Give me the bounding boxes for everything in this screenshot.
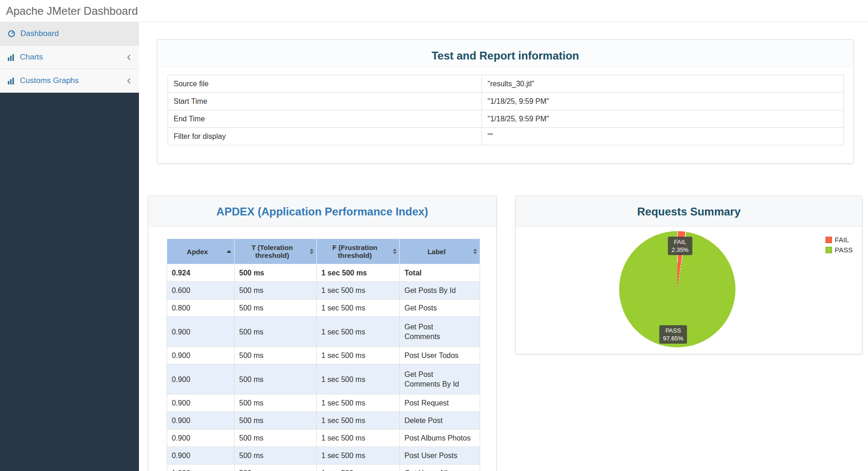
column-header-label: F (Frustration threshold) <box>332 244 378 259</box>
apdex-cell-f: 1 sec 500 ms <box>317 282 400 299</box>
info-value: "" <box>482 128 844 145</box>
apdex-cell-apdex: 0.800 <box>167 299 235 317</box>
legend-color-swatch <box>826 237 832 243</box>
apdex-cell-label: Get Post Comments By Id <box>400 364 480 394</box>
apdex-cell-t: 500 ms <box>235 364 317 394</box>
top-bar: Apache JMeter Dashboard <box>0 0 868 22</box>
test-info-title: Test and Report information <box>157 40 853 68</box>
column-header-label[interactable]: Label <box>400 239 480 264</box>
apdex-cell-apdex: 0.900 <box>167 364 235 394</box>
apdex-cell-label: Get Post Comments <box>400 317 480 347</box>
sidebar-item-label: Charts <box>20 53 43 62</box>
apdex-row: 0.800500 ms1 sec 500 msGet Posts <box>167 299 480 317</box>
apdex-cell-f: 1 sec 500 ms <box>317 465 400 471</box>
sidebar-nav: DashboardChartsCustoms Graphs <box>0 22 139 93</box>
apdex-cell-apdex: 0.900 <box>167 412 235 429</box>
legend-label: PASS <box>835 246 853 254</box>
test-info-row: End Time"1/18/25, 9:59 PM" <box>168 110 844 128</box>
requests-summary-title: Requests Summary <box>516 196 862 227</box>
apdex-cell-t: 500 ms <box>235 282 317 299</box>
sort-icon <box>310 249 313 254</box>
apdex-title: APDEX (Application Performance Index) <box>148 196 496 227</box>
apdex-cell-t: 500 ms <box>235 347 317 364</box>
apdex-cell-t: 500 ms <box>235 447 317 465</box>
apdex-cell-apdex: 0.900 <box>167 347 235 364</box>
chevron-left-icon <box>127 78 132 84</box>
info-label: Start Time <box>168 93 482 110</box>
sort-icon <box>473 249 477 254</box>
apdex-cell-apdex: 0.900 <box>167 394 235 412</box>
test-info-row: Filter for display"" <box>168 128 844 145</box>
apdex-cell-apdex: 0.900 <box>167 317 235 347</box>
app-title: Apache JMeter Dashboard <box>0 0 868 22</box>
apdex-cell-label: Post Albums Photos <box>400 429 480 447</box>
apdex-cell-label: Get Posts <box>400 299 480 317</box>
chevron-left-icon <box>127 54 132 61</box>
pie-label-fail: FAIL2.35% <box>668 237 693 255</box>
main-content: Test and Report information Source file"… <box>139 22 868 471</box>
apdex-cell-f: 1 sec 500 ms <box>317 347 400 364</box>
info-value: "results_30.jtl" <box>482 75 844 93</box>
apdex-cell-label: Get Posts By Id <box>400 282 480 299</box>
apdex-cell-f: 1 sec 500 ms <box>317 394 400 412</box>
apdex-cell-f: 1 sec 500 ms <box>317 364 400 394</box>
column-header-label: T (Toleration threshold) <box>252 244 293 259</box>
apdex-cell-t: 500 ms <box>235 317 317 347</box>
sidebar-item-charts[interactable]: Charts <box>0 46 139 69</box>
requests-summary-panel: Requests Summary FAIL2.35% PASS97.65% FA… <box>515 196 862 354</box>
test-info-row: Source file"results_30.jtl" <box>168 75 844 93</box>
apdex-cell-f: 1 sec 500 ms <box>317 299 400 317</box>
apdex-row: 0.900500 ms1 sec 500 msGet Post Comments <box>167 317 480 347</box>
column-header-f-frustration-threshold[interactable]: F (Frustration threshold) <box>317 239 400 264</box>
apdex-cell-t: 500 ms <box>235 299 317 317</box>
apdex-row: 0.900500 ms1 sec 500 msPost User Todos <box>167 347 480 364</box>
test-info-panel: Test and Report information Source file"… <box>157 39 854 164</box>
sidebar-item-label: Dashboard <box>20 29 59 38</box>
legend-item-pass: PASS <box>826 246 853 254</box>
requests-summary-body: FAIL2.35% PASS97.65% FAILPASS <box>516 227 862 354</box>
sidebar-item-dashboard[interactable]: Dashboard <box>0 22 139 46</box>
apdex-row: 0.600500 ms1 sec 500 msGet Posts By Id <box>167 282 480 299</box>
apdex-cell-apdex: 0.900 <box>167 429 235 447</box>
info-value: "1/18/25, 9:59 PM" <box>482 110 844 128</box>
requests-pie-chart[interactable]: FAIL2.35% PASS97.65% <box>619 231 735 347</box>
info-label: End Time <box>168 110 482 128</box>
apdex-cell-label: Total <box>400 264 480 282</box>
apdex-row: 0.900500 ms1 sec 500 msPost Albums Photo… <box>167 429 480 447</box>
apdex-cell-f: 1 sec 500 ms <box>317 317 400 347</box>
apdex-cell-apdex: 0.600 <box>167 282 235 299</box>
column-header-apdex[interactable]: Apdex <box>167 239 235 264</box>
apdex-header-row: ApdexT (Toleration threshold)F (Frustrat… <box>167 239 480 264</box>
info-value: "1/18/25, 9:59 PM" <box>482 93 844 110</box>
legend-label: FAIL <box>835 236 849 244</box>
chart-legend: FAILPASS <box>826 236 853 256</box>
apdex-cell-f: 1 sec 500 ms <box>317 264 400 282</box>
apdex-cell-t: 500 ms <box>235 264 317 282</box>
test-info-table: Source file"results_30.jtl"Start Time"1/… <box>168 75 844 145</box>
apdex-cell-f: 1 sec 500 ms <box>317 429 400 447</box>
apdex-cell-label: Post Request <box>400 394 480 412</box>
apdex-cell-t: 500 ms <box>235 429 317 447</box>
apdex-row: 0.900500 ms1 sec 500 msGet Post Comments… <box>167 364 480 394</box>
apdex-cell-label: Post User Todos <box>400 347 480 364</box>
apdex-cell-t: 500 ms <box>235 412 317 429</box>
apdex-cell-label: Post User Posts <box>400 447 480 465</box>
apdex-cell-apdex: 0.900 <box>167 447 235 465</box>
apdex-cell-apdex: 1.000 <box>167 465 235 471</box>
legend-item-fail: FAIL <box>826 236 853 244</box>
test-info-table-body: Source file"results_30.jtl"Start Time"1/… <box>168 75 844 145</box>
sidebar-item-customs-graphs[interactable]: Customs Graphs <box>0 69 139 93</box>
test-info-row: Start Time"1/18/25, 9:59 PM" <box>168 93 844 110</box>
column-header-label: Apdex <box>187 248 208 256</box>
bar-chart-icon <box>7 54 15 61</box>
legend-color-swatch <box>826 247 832 253</box>
apdex-cell-t: 500 ms <box>235 394 317 412</box>
apdex-cell-f: 1 sec 500 ms <box>317 412 400 429</box>
apdex-row: 1.000500 ms1 sec 500 msGet Users All <box>167 465 480 471</box>
info-label: Filter for display <box>168 128 482 145</box>
sort-asc-icon <box>227 250 231 253</box>
apdex-cell-apdex: 0.924 <box>167 264 235 282</box>
sort-icon <box>393 249 397 254</box>
column-header-t-toleration-threshold[interactable]: T (Toleration threshold) <box>235 239 317 264</box>
sidebar: DashboardChartsCustoms Graphs <box>0 22 139 471</box>
